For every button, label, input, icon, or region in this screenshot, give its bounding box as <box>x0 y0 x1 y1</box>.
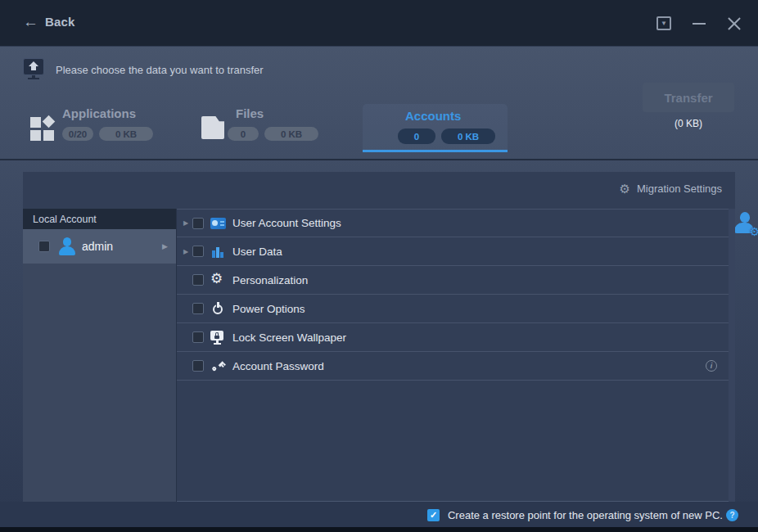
power-icon <box>210 301 227 316</box>
list-item-lock-screen-wallpaper[interactable]: Lock Screen Wallpaper <box>177 323 729 352</box>
scrollbar-track[interactable] <box>729 209 735 502</box>
item-checkbox[interactable] <box>192 360 204 372</box>
back-label: Back <box>45 15 75 29</box>
tab-files-label: Files <box>236 106 318 120</box>
back-button[interactable]: ← Back <box>23 14 75 29</box>
key-icon <box>210 358 227 373</box>
item-checkbox[interactable] <box>192 303 204 314</box>
bottom-strip <box>0 527 758 532</box>
tree-header: Local Account <box>23 209 176 229</box>
files-count-badge: 0 <box>228 127 259 141</box>
tab-files[interactable]: Files 0 0 KB <box>236 106 318 141</box>
transfer-items-list: ▶ User Account Settings ▶ User Data ⚙ Pe… <box>176 209 729 502</box>
list-item-user-account-settings[interactable]: ▶ User Account Settings <box>177 209 729 237</box>
list-item-label: Personalization <box>232 274 308 286</box>
applications-size-badge: 0 KB <box>99 127 153 141</box>
list-item-label: Power Options <box>232 303 305 315</box>
tab-accounts[interactable]: ⚙ Accounts 0 0 KB <box>363 104 508 152</box>
transfer-button[interactable]: Transfer <box>643 83 734 112</box>
gear-icon: ⚙ <box>210 273 227 287</box>
app-window: ← Back ▼ Please choose the data you want… <box>0 0 758 532</box>
help-icon[interactable]: ? <box>726 509 738 521</box>
window-controls: ▼ <box>656 0 742 47</box>
list-item-user-data[interactable]: ▶ User Data <box>177 237 729 266</box>
migration-settings-label: Migration Settings <box>637 183 722 195</box>
item-checkbox[interactable] <box>192 218 204 229</box>
banner-message: Please choose the data you want to trans… <box>56 64 264 76</box>
list-item-power-options[interactable]: Power Options <box>177 295 729 323</box>
gear-icon: ⚙ <box>749 226 758 237</box>
list-item-label: User Account Settings <box>232 217 341 229</box>
files-icon <box>201 116 224 139</box>
tree-item-admin[interactable]: admin ▶ <box>23 229 176 264</box>
user-icon <box>58 237 76 255</box>
user-card-icon <box>210 216 227 231</box>
tabs-divider <box>0 159 758 160</box>
pc-upload-icon <box>23 58 44 81</box>
minimize-icon[interactable] <box>693 23 706 25</box>
back-arrow-icon: ← <box>23 14 38 29</box>
chevron-right-icon: ▶ <box>162 242 168 250</box>
restore-point-label: Create a restore point for the operating… <box>448 509 723 521</box>
tab-applications-label: Applications <box>62 106 153 120</box>
close-icon[interactable] <box>727 16 742 31</box>
accounts-icon: ⚙ <box>733 212 758 237</box>
list-item-personalization[interactable]: ⚙ Personalization <box>177 266 729 295</box>
applications-icon <box>30 115 56 142</box>
list-item-label: Lock Screen Wallpaper <box>232 331 346 344</box>
expand-arrow-icon[interactable]: ▶ <box>183 219 191 227</box>
minimize-to-tray-icon[interactable]: ▼ <box>656 16 671 30</box>
migration-settings-button[interactable]: ⚙ Migration Settings <box>619 183 722 195</box>
account-name: admin <box>82 240 113 253</box>
info-icon[interactable]: i <box>706 360 717 372</box>
admin-checkbox[interactable] <box>38 241 50 252</box>
applications-count-badge: 0/20 <box>62 127 93 141</box>
lock-screen-icon <box>210 330 227 345</box>
tab-accounts-label: Accounts <box>405 109 495 123</box>
list-item-label: Account Password <box>232 360 324 372</box>
item-checkbox[interactable] <box>192 274 204 286</box>
gear-outline-icon: ⚙ <box>619 183 629 195</box>
transfer-total-size: (0 KB) <box>643 118 734 129</box>
bar-chart-icon <box>210 244 227 259</box>
footer-bar: ✓ Create a restore point for the operati… <box>0 502 758 528</box>
files-size-badge: 0 KB <box>264 127 318 141</box>
list-item-label: User Data <box>232 246 282 258</box>
banner: Please choose the data you want to trans… <box>23 58 264 81</box>
expand-arrow-icon[interactable]: ▶ <box>183 248 191 255</box>
accounts-size-badge: 0 KB <box>441 128 495 144</box>
list-item-account-password[interactable]: Account Password i <box>177 352 729 381</box>
item-checkbox[interactable] <box>192 331 204 343</box>
main-panel: ⚙ Migration Settings Local Account admin… <box>23 172 735 502</box>
item-checkbox[interactable] <box>192 246 204 257</box>
account-tree-panel: Local Account admin ▶ <box>23 209 176 502</box>
tab-applications[interactable]: Applications 0/20 0 KB <box>62 106 153 141</box>
titlebar: ← Back ▼ <box>0 0 758 47</box>
accounts-count-badge: 0 <box>398 128 435 144</box>
restore-point-checkbox[interactable]: ✓ <box>427 509 440 521</box>
